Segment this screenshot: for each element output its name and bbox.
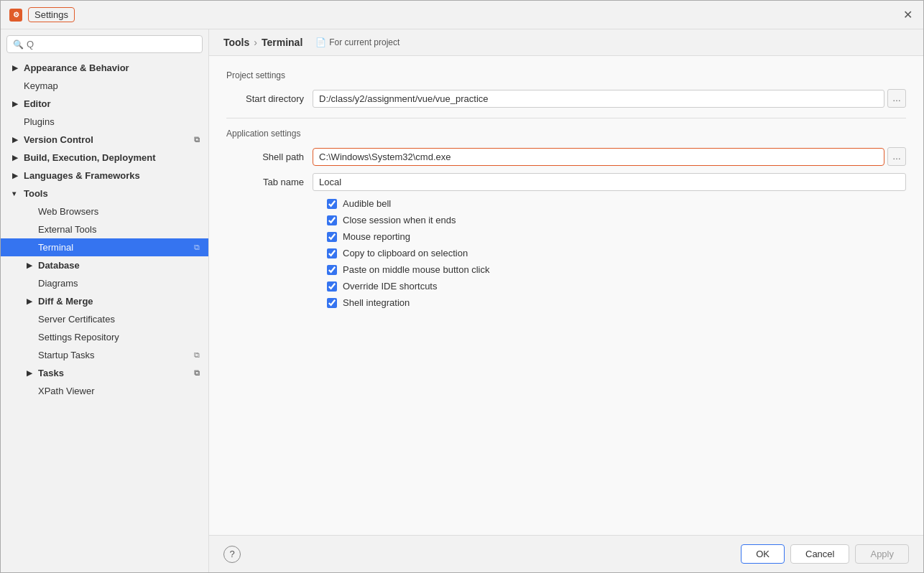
tab-name-input-wrap (313, 173, 906, 191)
sidebar-item-languages[interactable]: ▶ Languages & Frameworks (1, 167, 208, 185)
audible-bell-checkbox[interactable] (327, 199, 337, 209)
sidebar-item-version-control[interactable]: ▶ Version Control ⧉ (1, 131, 208, 149)
app-logo: ⚙ (9, 9, 22, 22)
shell-path-label: Shell path (226, 152, 313, 162)
audible-bell-label: Audible bell (343, 198, 391, 209)
title-bar: ⚙ Settings ✕ (1, 1, 923, 29)
breadcrumb: Tools › Terminal 📄 For current project (209, 29, 923, 56)
shell-path-input[interactable] (313, 148, 884, 166)
sidebar-item-plugins[interactable]: Plugins (1, 113, 208, 131)
expand-arrow: ▶ (27, 261, 35, 269)
expand-arrow: ▶ (27, 297, 35, 305)
sidebar-item-label: Version Control (24, 134, 93, 145)
sidebar-item-external-tools[interactable]: External Tools (1, 220, 208, 238)
sidebar-item-label: Web Browsers (38, 206, 98, 217)
sidebar-item-tools[interactable]: ▾ Tools (1, 185, 208, 202)
tab-name-label: Tab name (226, 177, 313, 187)
mouse-reporting-label: Mouse reporting (343, 231, 410, 242)
shell-integration-row: Shell integration (327, 297, 906, 308)
sidebar-item-diagrams[interactable]: Diagrams (1, 274, 208, 292)
copy-icon: ⧉ (194, 135, 200, 144)
sidebar-item-appearance[interactable]: ▶ Appearance & Behavior (1, 59, 208, 77)
footer-buttons: OK Cancel Apply (741, 544, 909, 564)
sidebar-item-settings-repo[interactable]: Settings Repository (1, 328, 208, 346)
breadcrumb-tools: Tools (223, 37, 249, 48)
close-session-row: Close session when it ends (327, 215, 906, 225)
main-content: 🔍 ▶ Appearance & Behavior Keymap ▶ Edito… (1, 29, 923, 572)
search-box: 🔍 (6, 35, 203, 53)
sidebar-item-label: Startup Tasks (38, 350, 95, 360)
sidebar-item-label: XPath Viewer (38, 386, 95, 396)
breadcrumb-project[interactable]: 📄 For current project (315, 37, 399, 47)
shell-integration-checkbox[interactable] (327, 298, 337, 308)
sidebar-item-diff-merge[interactable]: ▶ Diff & Merge (1, 292, 208, 310)
sidebar: 🔍 ▶ Appearance & Behavior Keymap ▶ Edito… (1, 29, 209, 572)
copy-icon: ⧉ (194, 350, 200, 360)
shell-path-browse-button[interactable]: … (887, 147, 906, 166)
paste-middle-row: Paste on middle mouse button click (327, 264, 906, 275)
tab-name-input[interactable] (313, 173, 906, 191)
sidebar-item-label: Diagrams (38, 278, 78, 289)
expand-arrow: ▶ (12, 100, 21, 108)
sidebar-item-label: Diff & Merge (38, 296, 93, 307)
search-icon: 🔍 (13, 39, 24, 50)
mouse-reporting-row: Mouse reporting (327, 231, 906, 242)
sidebar-item-editor[interactable]: ▶ Editor (1, 95, 208, 113)
help-button[interactable]: ? (223, 546, 241, 563)
sidebar-item-label: Terminal (38, 242, 73, 253)
override-ide-label: Override IDE shortcuts (343, 281, 438, 292)
sidebar-item-label: Database (38, 260, 80, 271)
shell-integration-label: Shell integration (343, 297, 410, 308)
app-settings-label: Application settings (226, 129, 906, 139)
expand-arrow: ▾ (12, 190, 21, 197)
sidebar-item-xpath-viewer[interactable]: XPath Viewer (1, 382, 208, 400)
paste-middle-checkbox[interactable] (327, 265, 337, 275)
settings-dialog: ⚙ Settings ✕ 🔍 ▶ Appearance & Behavior K… (0, 0, 924, 573)
start-directory-label: Start directory (226, 93, 313, 104)
ok-button[interactable]: OK (741, 544, 785, 564)
override-ide-row: Override IDE shortcuts (327, 281, 906, 292)
sidebar-item-label: Tools (24, 188, 48, 199)
breadcrumb-separator: › (254, 37, 257, 48)
search-input[interactable] (27, 39, 196, 50)
sidebar-item-label: Appearance & Behavior (24, 62, 129, 73)
apply-button[interactable]: Apply (855, 544, 909, 564)
sidebar-item-keymap[interactable]: Keymap (1, 77, 208, 95)
sidebar-item-tasks[interactable]: ▶ Tasks ⧉ (1, 364, 208, 382)
sidebar-item-label: Server Certificates (38, 314, 115, 325)
project-icon: 📄 (315, 37, 326, 47)
breadcrumb-project-label: For current project (329, 37, 399, 47)
right-panel: Tools › Terminal 📄 For current project P… (209, 29, 923, 572)
expand-arrow: ▶ (12, 136, 21, 144)
copy-clipboard-checkbox[interactable] (327, 248, 337, 258)
expand-arrow: ▶ (12, 154, 21, 162)
close-button[interactable]: ✕ (900, 8, 915, 22)
copy-icon: ⧉ (194, 368, 200, 378)
override-ide-checkbox[interactable] (327, 281, 337, 292)
sidebar-item-label: External Tools (38, 224, 96, 235)
expand-arrow: ▶ (27, 369, 35, 377)
content-area: Project settings Start directory … Appli… (209, 56, 923, 535)
paste-middle-label: Paste on middle mouse button click (343, 264, 490, 275)
audible-bell-row: Audible bell (327, 198, 906, 209)
start-directory-input[interactable] (313, 90, 884, 108)
sidebar-item-database[interactable]: ▶ Database (1, 256, 208, 274)
tab-name-row: Tab name (226, 173, 906, 191)
shell-path-row: Shell path … (226, 147, 906, 166)
sidebar-item-terminal[interactable]: Terminal ⧉ (1, 238, 208, 256)
sidebar-item-label: Settings Repository (38, 332, 119, 343)
sidebar-item-server-certs[interactable]: Server Certificates (1, 310, 208, 328)
start-directory-browse-button[interactable]: … (887, 89, 906, 108)
copy-clipboard-row: Copy to clipboard on selection (327, 248, 906, 258)
sidebar-item-startup-tasks[interactable]: Startup Tasks ⧉ (1, 346, 208, 364)
footer: ? OK Cancel Apply (209, 535, 923, 572)
mouse-reporting-checkbox[interactable] (327, 232, 337, 242)
close-session-checkbox[interactable] (327, 215, 337, 225)
sidebar-item-web-browsers[interactable]: Web Browsers (1, 202, 208, 220)
close-session-label: Close session when it ends (343, 215, 456, 225)
sidebar-item-label: Languages & Frameworks (24, 170, 140, 181)
cancel-button[interactable]: Cancel (790, 544, 849, 564)
shell-path-input-wrap: … (313, 147, 906, 166)
sidebar-item-label: Plugins (24, 116, 55, 127)
sidebar-item-build[interactable]: ▶ Build, Execution, Deployment (1, 149, 208, 167)
